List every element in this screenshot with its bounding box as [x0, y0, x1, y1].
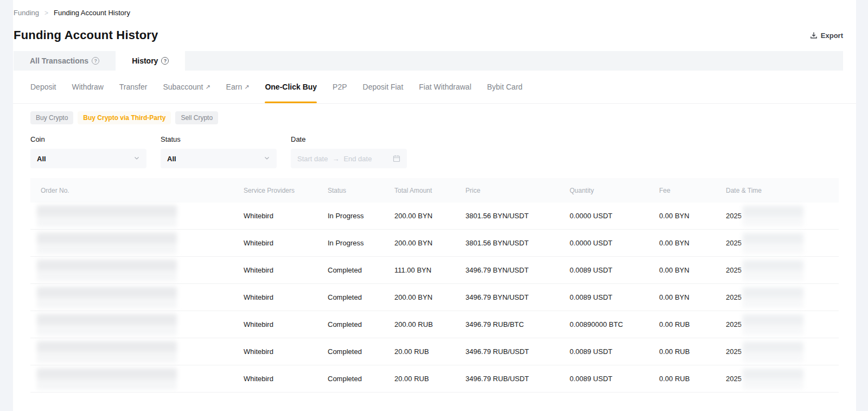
tab-all-transactions[interactable]: All Transactions ?: [14, 51, 116, 71]
cell-total-amount: 200.00 BYN: [394, 212, 465, 220]
coin-select[interactable]: All: [30, 149, 146, 168]
cell-date-time: 2025: [726, 206, 839, 226]
status-filter: Status All: [161, 135, 277, 168]
table-row: WhitebirdCompleted111.00 BYN3496.79 BYN/…: [30, 257, 839, 284]
cell-fee: 0.00 RUB: [659, 320, 726, 328]
breadcrumb-separator-icon: >: [44, 9, 48, 17]
cell-date-time: 2025: [726, 233, 839, 254]
column-header-quantity: Quantity: [570, 187, 659, 194]
subtab-fiat-withdrawal[interactable]: Fiat Withdrawal: [419, 71, 471, 103]
cell-status: In Progress: [328, 239, 394, 247]
chevron-down-icon: [133, 155, 140, 163]
cell-total-amount: 200.00 RUB: [394, 320, 465, 328]
redacted-date: [743, 369, 803, 389]
cell-service-provider: Whitebird: [244, 375, 328, 383]
redacted-date: [743, 206, 803, 226]
subtab-earn[interactable]: Earn↗: [226, 71, 250, 103]
cell-status: In Progress: [328, 212, 394, 220]
date-year: 2025: [726, 320, 742, 328]
cell-total-amount: 20.00 RUB: [394, 347, 465, 356]
redacted-order-no: [37, 341, 177, 363]
date-filter-label: Date: [291, 135, 407, 143]
subtab-transfer[interactable]: Transfer: [119, 71, 148, 103]
start-date-placeholder: Start date: [297, 155, 328, 163]
filter-row: Coin All Status All Date: [30, 135, 839, 168]
cell-quantity: 0.0089 USDT: [570, 293, 659, 301]
redacted-order-no: [37, 232, 177, 254]
table-row: WhitebirdCompleted20.00 RUB3496.79 RUB/U…: [30, 338, 839, 365]
help-icon[interactable]: ?: [161, 57, 169, 65]
cell-total-amount: 111.00 BYN: [394, 266, 465, 274]
chip-buy-crypto[interactable]: Buy Crypto: [30, 111, 73, 124]
column-header-service-providers: Service Providers: [244, 187, 328, 194]
redacted-date: [743, 260, 803, 281]
date-year: 2025: [726, 239, 742, 247]
cell-status: Completed: [328, 320, 394, 328]
redacted-date: [743, 287, 803, 308]
breadcrumb: Funding > Funding Account History: [14, 0, 843, 17]
subtab-deposit-fiat[interactable]: Deposit Fiat: [363, 71, 404, 103]
cell-fee: 0.00 BYN: [659, 212, 726, 220]
calendar-icon[interactable]: [393, 155, 400, 162]
chip-sell-crypto[interactable]: Sell Crypto: [175, 111, 218, 124]
cell-date-time: 2025: [726, 314, 839, 335]
breadcrumb-current: Funding Account History: [54, 9, 130, 17]
table-row: WhitebirdIn Progress200.00 BYN3801.56 BY…: [30, 230, 839, 257]
cell-order-no: [30, 287, 244, 308]
cell-service-provider: Whitebird: [244, 347, 328, 356]
subtab-one-click-buy[interactable]: One-Click Buy: [265, 71, 317, 103]
cell-order-no: [30, 260, 244, 281]
status-filter-label: Status: [161, 135, 277, 143]
subtab-withdraw[interactable]: Withdraw: [72, 71, 103, 103]
cell-fee: 0.00 BYN: [659, 293, 726, 301]
column-header-price: Price: [465, 187, 570, 194]
column-header-order-no: Order No.: [30, 187, 244, 194]
date-year: 2025: [726, 293, 742, 301]
table-row: WhitebirdCompleted200.00 BYN3496.79 BYN/…: [30, 284, 839, 311]
export-button[interactable]: Export: [810, 31, 843, 40]
end-date-placeholder: End date: [343, 155, 372, 163]
external-link-icon: ↗: [205, 84, 210, 91]
cell-price: 3801.56 BYN/USDT: [465, 212, 570, 220]
status-select[interactable]: All: [161, 149, 277, 168]
redacted-order-no: [37, 368, 177, 390]
cell-price: 3496.79 RUB/BTC: [465, 320, 570, 328]
cell-price: 3496.79 BYN/USDT: [465, 293, 570, 301]
cell-date-time: 2025: [726, 342, 839, 362]
subtab-label: Earn: [226, 83, 242, 91]
subtab-label: Fiat Withdrawal: [419, 83, 471, 91]
column-header-status: Status: [328, 187, 394, 194]
chevron-down-icon: [264, 155, 270, 163]
cell-order-no: [30, 368, 244, 390]
tab-history[interactable]: History ?: [116, 51, 185, 71]
breadcrumb-funding-link[interactable]: Funding: [14, 9, 39, 17]
date-range-arrow-icon: →: [332, 155, 339, 163]
subtab-label: Withdraw: [72, 83, 103, 91]
cell-fee: 0.00 BYN: [659, 239, 726, 247]
coin-filter: Coin All: [30, 135, 146, 168]
cell-total-amount: 200.00 BYN: [394, 239, 465, 247]
tab-all-transactions-label: All Transactions: [30, 56, 88, 65]
cell-quantity: 0.0089 USDT: [570, 266, 659, 274]
subtab-deposit[interactable]: Deposit: [30, 71, 56, 103]
subtab-bar: DepositWithdrawTransferSubaccount↗Earn↗O…: [13, 71, 856, 104]
subtab-label: Deposit: [30, 83, 56, 91]
cell-service-provider: Whitebird: [244, 293, 328, 301]
subtab-bybit-card[interactable]: Bybit Card: [487, 71, 522, 103]
subtab-subaccount[interactable]: Subaccount↗: [163, 71, 210, 103]
cell-status: Completed: [328, 347, 394, 356]
date-range-input[interactable]: Start date → End date: [291, 149, 407, 168]
subtab-label: Subaccount: [163, 83, 203, 91]
redacted-date: [743, 342, 803, 362]
chip-buy-crypto-via-third-party[interactable]: Buy Crypto via Third-Party: [78, 111, 171, 124]
table-row: WhitebirdCompleted200.00 RUB3496.79 RUB/…: [30, 311, 839, 338]
cell-status: Completed: [328, 293, 394, 301]
subtab-label: Deposit Fiat: [363, 83, 404, 91]
cell-date-time: 2025: [726, 369, 839, 389]
main-tab-strip: All Transactions ? History ?: [14, 51, 843, 71]
cell-quantity: 0.0089 USDT: [570, 347, 659, 356]
help-icon[interactable]: ?: [92, 57, 99, 65]
page-title: Funding Account History: [14, 28, 158, 42]
cell-order-no: [30, 314, 244, 336]
subtab-p2p[interactable]: P2P: [333, 71, 347, 103]
